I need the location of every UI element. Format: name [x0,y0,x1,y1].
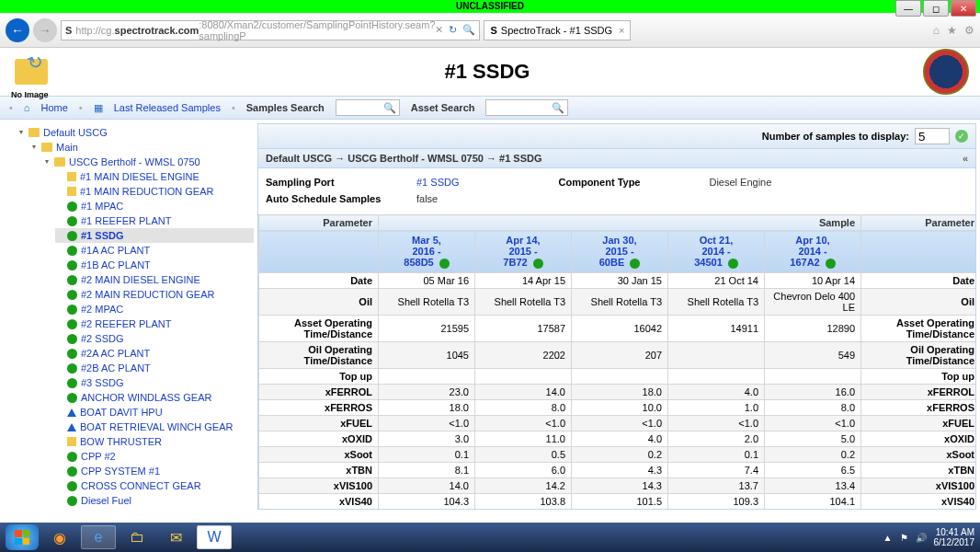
param-label: xVIS40 [259,493,379,509]
back-button[interactable]: ← [6,18,29,42]
param-label: Date [259,272,379,288]
tree-node-main[interactable]: ▾Main [29,140,254,155]
clock[interactable]: 10:41 AM 6/12/2017 [934,527,975,547]
tree-item[interactable]: CROSS CONNECT GEAR [55,478,254,493]
asset-tree[interactable]: ▾Default USCG ▾Main ▾USCG Bertholf - WMS… [0,120,257,510]
tree-item[interactable]: #2B AC PLANT [55,361,254,375]
tree-item[interactable]: #2 REEFER PLANT [55,316,254,331]
window-close-button[interactable]: ✕ [951,0,976,17]
grid-cell: 23.0 [379,384,475,399]
taskbar-outlook-icon[interactable]: ✉ [158,525,193,549]
search-icon[interactable]: 🔍 [383,102,396,114]
tree-item[interactable]: #1 MAIN REDUCTION GEAR [55,184,254,199]
tree-item[interactable]: Diesel Fuel [55,493,254,508]
tree-item[interactable]: #2A AC PLANT [55,346,254,361]
sample-column-header[interactable]: Jan 30,2015 -60BE [572,231,668,273]
address-bar[interactable]: S http://cg. spectrotrack.com :8080/Xman… [61,20,480,40]
apply-count-button[interactable]: ✓ [955,130,968,143]
grid-cell: Shell Rotella T3 [572,288,668,315]
grid-cell: Shell Rotella T3 [668,288,765,315]
tree-item[interactable]: #2 MAIN REDUCTION GEAR [55,287,254,302]
taskbar-word-icon[interactable]: W [197,525,232,549]
status-icon [67,172,76,181]
taskbar-media-player-icon[interactable]: ◉ [42,525,77,549]
grid-cell: 6.5 [765,462,861,477]
tree-item[interactable]: #2 SSDG [55,331,254,346]
grid-cell: 14.2 [475,477,572,493]
grid-cell: 549 [765,341,861,368]
samples-search-label: Samples Search [246,102,325,113]
param-label: xVIS100 [259,477,379,493]
param-label: xFERROS [259,399,379,415]
grid-cell: 10.0 [572,399,668,415]
tree-node-vessel[interactable]: ▾USCG Bertholf - WMSL 0750 [42,155,254,169]
grid-cell: 8.1 [379,462,475,477]
favorites-icon[interactable]: ★ [947,24,957,37]
tree-item-label: #1 MPAC [81,199,123,213]
browser-tab[interactable]: S SpectroTrack - #1 SSDG × [484,20,631,40]
tree-item[interactable]: BOW THRUSTER [55,434,254,449]
forward-button[interactable]: → [33,18,57,42]
tree-node-root[interactable]: ▾Default USCG [17,125,254,140]
collapse-icon[interactable]: « [963,153,968,164]
home-icon[interactable]: ⌂ [933,24,940,37]
search-icon[interactable]: 🔍 [462,24,475,36]
tree-item[interactable]: DLO STORAGE TANK 3-63-3-F [55,508,254,510]
samples-search-input[interactable]: 🔍 [336,99,400,116]
sample-count-input[interactable] [915,128,950,144]
tree-item-label: #2 MPAC [81,302,123,316]
folder-icon [28,128,40,137]
home-link[interactable]: Home [41,102,68,113]
sample-column-header[interactable]: Oct 21,2014 -34501 [668,231,765,273]
grid-cell [668,341,765,368]
tab-close-icon[interactable]: × [619,25,624,36]
tree-item[interactable]: #1 REEFER PLANT [55,213,254,228]
search-icon[interactable]: 🔍 [552,102,564,114]
col-sample: Sample [379,215,861,231]
window-maximize-button[interactable]: ◻ [923,0,949,17]
tree-item[interactable]: #1 MAIN DIESEL ENGINE [55,169,254,184]
sample-column-header[interactable]: Apr 14,2015 -7B72 [475,231,572,273]
classification-banner: UNCLASSIFIED [0,0,980,13]
tools-icon[interactable]: ⚙ [964,24,974,37]
tree-item[interactable]: #1B AC PLANT [55,258,254,272]
param-label: xSoot [259,446,379,462]
system-tray[interactable]: ▲ ⚑ 🔊 10:41 AM 6/12/2017 [883,527,974,547]
taskbar-ie-icon[interactable]: e [81,525,116,549]
start-button[interactable] [6,524,39,550]
tree-item[interactable]: CPP SYSTEM #1 [55,464,254,478]
sample-column-header[interactable]: Mar 5,2016 -858D5 [379,231,475,273]
tray-flag-icon[interactable]: ▲ [883,533,893,543]
grid-cell: 14.0 [379,477,475,493]
grid-cell: 8.0 [765,399,861,415]
tree-item[interactable]: #1 SSDG [55,228,254,243]
tree-item[interactable]: #1 MPAC [55,199,254,213]
tree-item-label: CPP SYSTEM #1 [81,464,160,478]
sample-column-header[interactable]: Apr 10,2014 -167A2 [765,231,861,273]
tree-item[interactable]: #1A AC PLANT [55,243,254,258]
grid-cell: 16.0 [765,384,861,399]
component-type-label: Component Type [558,174,687,190]
tree-item[interactable]: ANCHOR WINDLASS GEAR [55,390,254,405]
stop-icon[interactable]: ⨯ [435,24,443,36]
tree-item[interactable]: CPP #2 [55,449,254,464]
taskbar[interactable]: ◉ e 🗀 ✉ W ▲ ⚑ 🔊 10:41 AM 6/12/2017 [0,523,980,552]
tree-item[interactable]: #2 MAIN DIESEL ENGINE [55,272,254,287]
tree-item[interactable]: #2 MPAC [55,302,254,316]
last-released-link[interactable]: Last Released Samples [114,102,221,113]
asset-search-input[interactable]: 🔍 [485,99,568,116]
window-minimize-button[interactable]: — [895,0,921,17]
param-label-right: Oil [861,288,975,315]
param-label: Top up [259,368,379,384]
tray-flag-icon[interactable]: ⚑ [900,533,908,543]
auto-schedule-value: false [416,190,438,207]
status-icon [67,437,76,446]
grid-cell: <1.0 [765,415,861,431]
tree-item[interactable]: BOAT DAVIT HPU [55,405,254,420]
tree-item[interactable]: #3 SSDG [55,375,254,390]
refresh-icon[interactable]: ↻ [449,24,457,36]
meta-block: Sampling Port #1 SSDG Component Type Die… [258,168,975,214]
tray-volume-icon[interactable]: 🔊 [916,533,927,543]
tree-item[interactable]: BOAT RETRIEVAL WINCH GEAR [55,420,254,434]
taskbar-explorer-icon[interactable]: 🗀 [120,525,154,549]
